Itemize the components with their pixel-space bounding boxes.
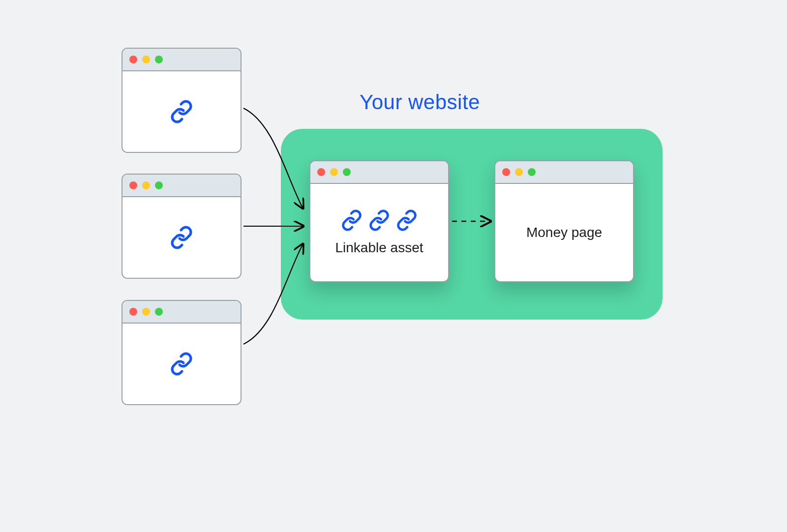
traffic-light-yellow-icon: [142, 308, 150, 316]
traffic-light-green-icon: [155, 308, 163, 316]
window-titlebar: [122, 49, 241, 71]
window-titlebar: [495, 161, 633, 184]
link-icon: [170, 352, 193, 376]
linkable-asset-label: Linkable asset: [335, 240, 423, 256]
external-source-window-2: [121, 174, 242, 279]
traffic-light-green-icon: [155, 181, 163, 189]
money-page-window: Money page: [494, 160, 634, 282]
traffic-light-yellow-icon: [142, 181, 150, 189]
traffic-light-red-icon: [317, 168, 325, 176]
external-source-window-1: [121, 48, 242, 153]
traffic-light-green-icon: [528, 168, 536, 176]
linkable-asset-window: Linkable asset: [309, 160, 449, 282]
window-titlebar: [122, 175, 241, 197]
window-body: Linkable asset: [310, 184, 448, 281]
traffic-light-green-icon: [343, 168, 351, 176]
external-source-window-3: [121, 300, 242, 405]
link-icon: [341, 209, 363, 231]
window-body: [122, 197, 241, 278]
window-body: Money page: [495, 184, 633, 281]
window-body: [122, 71, 241, 152]
traffic-light-green-icon: [155, 56, 163, 63]
window-titlebar: [310, 161, 448, 184]
link-icon: [170, 226, 193, 249]
traffic-light-yellow-icon: [142, 56, 150, 63]
link-icon: [396, 209, 418, 231]
diagram-canvas: Your website Link: [67, 0, 720, 452]
traffic-light-red-icon: [129, 308, 137, 316]
traffic-light-yellow-icon: [515, 168, 523, 176]
your-website-title: Your website: [360, 90, 480, 114]
traffic-light-yellow-icon: [330, 168, 338, 176]
traffic-light-red-icon: [129, 56, 137, 63]
traffic-light-red-icon: [129, 181, 137, 189]
link-icon: [170, 100, 193, 123]
window-body: [122, 324, 241, 404]
money-page-label: Money page: [526, 225, 602, 240]
link-icon: [368, 209, 390, 231]
window-titlebar: [122, 301, 241, 324]
link-icon-row: [341, 209, 418, 231]
traffic-light-red-icon: [502, 168, 510, 176]
